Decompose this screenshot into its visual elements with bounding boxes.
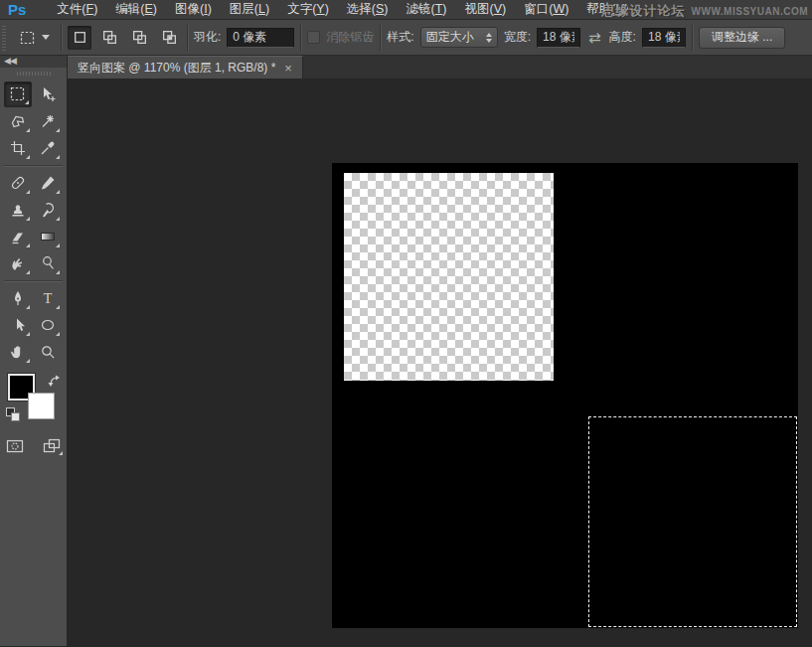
tool-eraser[interactable] bbox=[4, 224, 32, 249]
tool-spot-healing-brush[interactable] bbox=[4, 170, 32, 196]
tool-dodge[interactable] bbox=[34, 250, 62, 276]
type-tool-icon: T bbox=[39, 289, 57, 307]
new-selection-button[interactable] bbox=[68, 26, 91, 50]
swap-colors-icon[interactable] bbox=[48, 374, 62, 388]
tool-grid bbox=[0, 81, 67, 162]
rectangular-marquee-icon bbox=[9, 85, 27, 103]
tool-zoom[interactable] bbox=[34, 339, 62, 365]
menu-view[interactable]: 视图(V) bbox=[456, 0, 516, 20]
rectangular-marquee-icon bbox=[19, 29, 37, 47]
separator bbox=[692, 25, 693, 51]
tool-lasso[interactable] bbox=[4, 108, 32, 134]
tool-crop[interactable] bbox=[4, 135, 32, 161]
watermark: 思缘设计论坛 WWW.MISSYUAN.COM bbox=[602, 2, 808, 20]
document-canvas[interactable] bbox=[332, 163, 798, 628]
menu-layer[interactable]: 图层(L) bbox=[221, 0, 278, 20]
panel-collapse-button[interactable]: ◀◀ bbox=[0, 56, 67, 68]
document-tab-title: 竖向图案 @ 1170% (图层 1, RGB/8) * bbox=[78, 60, 275, 77]
watermark-site-name: 思缘设计论坛 bbox=[602, 2, 686, 20]
tool-magic-wand[interactable] bbox=[34, 108, 62, 134]
tool-hand[interactable] bbox=[4, 339, 32, 365]
tool-path-selection[interactable] bbox=[4, 312, 32, 338]
chevron-down-icon bbox=[42, 35, 50, 40]
selection-marquee bbox=[588, 416, 797, 627]
quick-mask-button[interactable] bbox=[2, 435, 28, 457]
screen-mode-icon bbox=[42, 437, 62, 455]
menu-bar: Ps 文件(F) 编辑(E) 图像(I) 图层(L) 文字(Y) 选择(S) 滤… bbox=[0, 0, 812, 20]
tool-ellipse-shape[interactable] bbox=[34, 312, 62, 338]
workspace: ◀◀ bbox=[0, 56, 812, 646]
subtract-from-selection-button[interactable] bbox=[127, 26, 151, 50]
tool-preset-picker[interactable] bbox=[14, 26, 55, 50]
svg-text:T: T bbox=[43, 291, 52, 306]
add-to-selection-icon bbox=[101, 29, 118, 46]
eyedropper-icon bbox=[39, 139, 57, 157]
height-input[interactable] bbox=[642, 28, 686, 48]
width-label: 宽度: bbox=[504, 29, 531, 46]
tool-type[interactable]: T bbox=[34, 285, 62, 311]
background-color-swatch[interactable] bbox=[28, 393, 55, 419]
tool-gradient[interactable] bbox=[34, 224, 62, 249]
add-to-selection-button[interactable] bbox=[97, 26, 121, 50]
path-selection-arrow-icon bbox=[9, 316, 27, 334]
tool-eyedropper[interactable] bbox=[34, 135, 62, 161]
separator bbox=[187, 25, 188, 51]
intersect-selection-icon bbox=[161, 29, 178, 46]
panel-grip[interactable] bbox=[17, 72, 51, 76]
swap-width-height-icon[interactable]: ⇄ bbox=[586, 29, 603, 47]
tool-rectangular-marquee[interactable] bbox=[4, 81, 32, 107]
photoshop-logo: Ps bbox=[8, 1, 26, 18]
lasso-icon bbox=[9, 112, 27, 130]
document-tab[interactable]: 竖向图案 @ 1170% (图层 1, RGB/8) * × bbox=[68, 56, 303, 79]
intersect-selection-button[interactable] bbox=[157, 26, 181, 50]
menu-window[interactable]: 窗口(W) bbox=[515, 0, 577, 20]
document-tab-bar: 竖向图案 @ 1170% (图层 1, RGB/8) * × bbox=[68, 56, 812, 80]
clone-stamp-icon bbox=[9, 201, 27, 219]
updown-arrows-icon bbox=[486, 33, 492, 43]
anti-alias-checkbox[interactable] bbox=[307, 31, 320, 44]
width-input[interactable] bbox=[537, 28, 580, 48]
tool-grid: T bbox=[0, 285, 67, 366]
options-bar-grip[interactable] bbox=[2, 25, 6, 51]
new-selection-icon bbox=[72, 29, 88, 46]
divider bbox=[4, 165, 63, 166]
tool-history-brush[interactable] bbox=[34, 197, 62, 223]
refine-edge-button[interactable]: 调整边缘 ... bbox=[699, 27, 785, 49]
tool-smudge[interactable] bbox=[4, 250, 32, 276]
feather-input[interactable] bbox=[227, 28, 294, 48]
menu-file[interactable]: 文件(F) bbox=[48, 0, 106, 20]
screen-mode-button[interactable] bbox=[39, 435, 65, 457]
menu-image[interactable]: 图像(I) bbox=[166, 0, 221, 20]
menu-filter[interactable]: 滤镜(T) bbox=[398, 0, 456, 20]
menu-edit[interactable]: 编辑(E) bbox=[106, 0, 166, 20]
tool-pen[interactable] bbox=[4, 285, 32, 311]
tool-move[interactable] bbox=[34, 81, 62, 107]
tab-close-icon[interactable]: × bbox=[284, 62, 292, 75]
tool-clone-stamp[interactable] bbox=[4, 197, 32, 223]
separator bbox=[61, 25, 62, 51]
default-colors-icon[interactable] bbox=[6, 407, 20, 421]
gradient-icon bbox=[39, 228, 57, 245]
transparent-region bbox=[344, 173, 554, 381]
height-label: 高度: bbox=[609, 29, 636, 46]
feather-label: 羽化: bbox=[194, 29, 221, 46]
separator bbox=[300, 25, 301, 51]
style-dropdown[interactable]: 固定大小 bbox=[420, 27, 498, 48]
brush-icon bbox=[39, 174, 57, 192]
tool-options-bar: 羽化: 消除锯齿 样式: 固定大小 宽度: ⇄ 高度: 调整边缘 ... bbox=[0, 20, 812, 56]
tool-brush[interactable] bbox=[34, 170, 62, 196]
panel-bottom-buttons bbox=[0, 435, 67, 458]
subtract-from-selection-icon bbox=[131, 29, 148, 46]
menu-select[interactable]: 选择(S) bbox=[338, 0, 398, 20]
history-brush-icon bbox=[39, 201, 57, 219]
tool-grid bbox=[0, 170, 67, 277]
style-dropdown-value: 固定大小 bbox=[426, 29, 474, 46]
crop-icon bbox=[9, 139, 27, 157]
menu-type[interactable]: 文字(Y) bbox=[278, 0, 338, 20]
document-area: 竖向图案 @ 1170% (图层 1, RGB/8) * × bbox=[68, 56, 812, 646]
canvas-workspace[interactable] bbox=[68, 80, 812, 646]
magic-wand-icon bbox=[39, 112, 57, 130]
color-swatches bbox=[6, 374, 62, 421]
watermark-site-url: WWW.MISSYUAN.COM bbox=[692, 6, 808, 17]
eraser-icon bbox=[9, 228, 27, 245]
